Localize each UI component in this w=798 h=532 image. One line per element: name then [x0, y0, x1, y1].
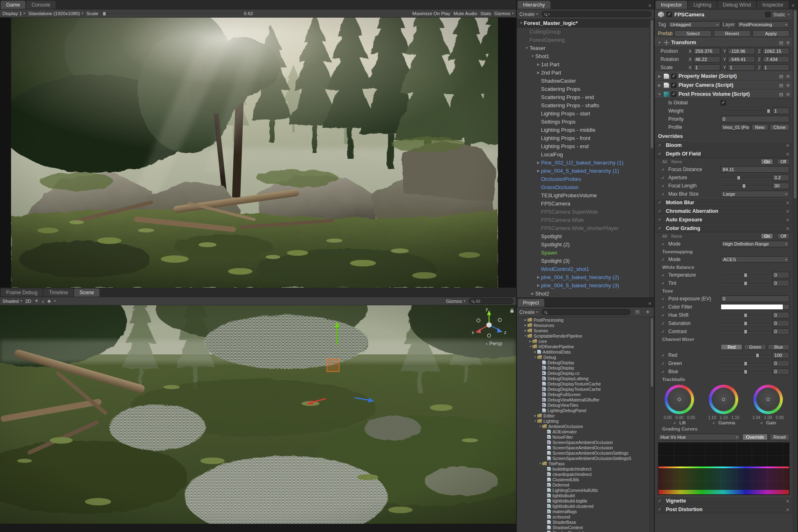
color-grading-override-header[interactable]: ✓ Color Grading ≡ — [655, 224, 793, 232]
transform-component-header[interactable]: ▼ Transform ▤ ⊛ — [655, 38, 793, 47]
display-target-dropdown[interactable]: Display 1▾ — [2, 11, 25, 16]
green-field[interactable]: 0 — [772, 360, 789, 367]
slider-thumb[interactable] — [744, 329, 748, 334]
expand-arrow-icon[interactable]: ▶ — [523, 324, 527, 327]
expand-arrow-icon[interactable]: ▶ — [536, 63, 541, 66]
all-button[interactable]: All — [662, 234, 667, 239]
player-camera-component-header[interactable]: ▶ ✓ Player Camera (Script) ▤ ⊛ — [655, 81, 793, 90]
prefab-select-button[interactable]: Select — [674, 30, 711, 37]
project-item[interactable]: lightlistbuild-bigtile — [517, 498, 654, 503]
position-x-field[interactable]: 259.376 — [693, 48, 720, 54]
project-item[interactable]: ▼ AmbientOcclusion — [517, 424, 654, 429]
hierarchy-item[interactable]: ▼ Teaser — [517, 44, 654, 52]
project-item[interactable]: DebugDisplayTextureCache — [517, 381, 654, 386]
panel-tab[interactable]: Console — [26, 1, 56, 9]
param-check-icon[interactable]: ✓ — [661, 176, 667, 180]
expand-arrow-icon[interactable]: ▶ — [528, 340, 532, 343]
stats-button[interactable]: Stats — [480, 11, 491, 16]
rotation-y-field[interactable]: -549.41 — [728, 56, 755, 63]
hierarchy-item[interactable]: TE3LightProbesVolume — [517, 191, 654, 199]
project-item[interactable]: DebugViewTiles — [517, 402, 654, 408]
param-check-icon[interactable]: ✓ — [712, 421, 718, 425]
override-enabled-check-icon[interactable]: ✓ — [658, 217, 663, 222]
scale-z-field[interactable]: 1 — [762, 64, 789, 71]
depth-of-field-override-header[interactable]: ✓ Depth Of Field ≡ — [655, 149, 793, 158]
expand-arrow-icon[interactable]: ▼ — [538, 462, 542, 465]
weight-slider[interactable] — [721, 108, 771, 114]
project-item[interactable]: ▼ TilePass — [517, 461, 654, 466]
hierarchy-item[interactable]: Spotlight (3) — [517, 257, 654, 265]
channel-button[interactable]: Red — [721, 344, 742, 350]
tab-project[interactable]: Project — [518, 299, 544, 307]
expand-arrow-icon[interactable]: ▼ — [533, 356, 537, 358]
param-check-icon[interactable]: ✓ — [661, 297, 667, 301]
on-button[interactable]: On — [761, 159, 773, 165]
project-item[interactable]: ▶ PostProcessing — [517, 317, 654, 322]
hierarchy-create-button[interactable]: Create▾ — [519, 11, 538, 17]
color-filter-swatch[interactable] — [721, 304, 789, 310]
param-check-icon[interactable]: ✓ — [661, 281, 667, 286]
expand-arrow-icon[interactable]: ▼ — [523, 334, 527, 337]
hierarchy-item[interactable]: Scattering Props - shafts — [517, 101, 654, 109]
hierarchy-item[interactable]: GrassOcclusion — [517, 183, 654, 191]
expand-arrow-icon[interactable]: ▶ — [530, 292, 535, 295]
slider-thumb[interactable] — [102, 11, 106, 16]
slider-thumb[interactable] — [744, 361, 748, 366]
slider-thumb[interactable] — [744, 281, 748, 286]
project-create-button[interactable]: Create▾ — [519, 309, 538, 315]
project-item[interactable]: ShadowContext — [517, 525, 654, 530]
param-check-icon[interactable]: ✓ — [661, 321, 667, 326]
panel-tab[interactable]: Frame Debug — [1, 289, 43, 297]
red-slider[interactable] — [721, 352, 771, 358]
tonemapping-mode-dropdown[interactable]: ACES▾ — [721, 256, 789, 263]
expand-arrow-icon[interactable]: ▼ — [524, 46, 530, 50]
project-item[interactable]: ScreenSpaceAmbientOcclusion — [517, 440, 654, 445]
hierarchy-item[interactable]: Lighting Props - start — [517, 109, 654, 117]
project-item[interactable]: DebugFullScreen — [517, 392, 654, 397]
param-check-icon[interactable]: ✓ — [661, 167, 667, 172]
override-menu-icon[interactable]: ≡ — [786, 217, 789, 222]
project-item[interactable]: ▶ core — [517, 338, 654, 344]
post-process-volume-component-header[interactable]: ▼ ✓ Post Process Volume (Script) ▤ ⊛ — [655, 90, 793, 99]
panel-tab[interactable]: Lighting — [688, 1, 717, 9]
project-item[interactable]: ▶ AdditionalData — [517, 349, 654, 354]
project-item[interactable]: ScreenSpaceAmbientOcclusionSettings — [517, 450, 654, 455]
post-distortion-override-header[interactable]: ✓ Post Distortion ≡ — [655, 505, 793, 514]
scene-lighting-toggle-icon[interactable]: ☀ — [34, 298, 38, 304]
trackball-wheel[interactable] — [709, 385, 738, 414]
project-item[interactable]: DebugDisplay — [517, 365, 654, 370]
param-check-icon[interactable]: ✓ — [661, 257, 667, 262]
project-item[interactable]: ▼ Debug — [517, 354, 654, 360]
expand-arrow-icon[interactable]: ▼ — [518, 21, 524, 25]
saturation-slider[interactable] — [721, 320, 771, 326]
slider-thumb[interactable] — [744, 273, 748, 277]
inspector-scrollbar[interactable] — [793, 9, 797, 532]
foldout-icon[interactable]: ▼ — [657, 92, 662, 96]
param-check-icon[interactable]: ✓ — [661, 273, 667, 277]
game-scale-slider[interactable] — [101, 11, 241, 16]
contrast-slider[interactable] — [721, 329, 771, 334]
panel-menu-icon[interactable]: ≡ — [647, 3, 653, 9]
maximize-on-play-button[interactable]: Maximize On Play — [413, 11, 451, 16]
scene-effects-toggle-icon[interactable]: ◈ — [47, 298, 51, 304]
project-item[interactable]: ShadowDispatch — [517, 530, 654, 532]
expand-arrow-icon[interactable]: ▼ — [528, 345, 532, 348]
rotation-x-field[interactable]: 46.22 — [693, 56, 720, 63]
project-item[interactable]: DebugDisplay — [517, 360, 654, 365]
2d-toggle-button[interactable]: 2D — [25, 299, 32, 304]
off-button[interactable]: Off — [777, 233, 789, 239]
foldout-icon[interactable]: ▶ — [657, 83, 662, 87]
trackball-wheel[interactable] — [753, 385, 783, 414]
grading-curve-editor[interactable] — [658, 442, 789, 495]
is-global-checkbox[interactable]: ✓ — [721, 100, 726, 106]
help-icon[interactable]: ▤ — [778, 83, 783, 88]
project-item[interactable]: materialflags — [517, 509, 654, 514]
aperture-field[interactable]: 3.2 — [772, 174, 789, 181]
project-item[interactable]: DebugDisplayLatlong — [517, 376, 654, 381]
override-enabled-check-icon[interactable]: ✓ — [658, 151, 663, 156]
grading-mode-dropdown[interactable]: High Definition Range▾ — [721, 241, 789, 247]
none-button[interactable]: None — [671, 159, 682, 164]
tint-field[interactable]: 0 — [772, 280, 789, 286]
project-item[interactable]: ▶ Scenes — [517, 328, 654, 333]
scene-search-input[interactable]: All — [469, 298, 514, 304]
